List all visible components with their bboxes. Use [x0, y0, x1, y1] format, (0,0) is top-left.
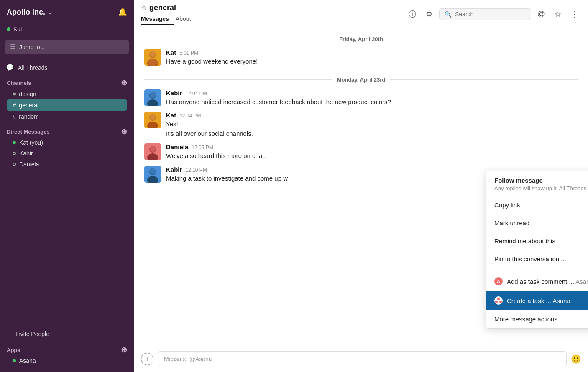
- sidebar-item-random[interactable]: # random: [7, 111, 127, 122]
- apps-section: Apps ⊕ Asana: [0, 342, 134, 368]
- search-input[interactable]: [455, 11, 526, 18]
- channel-tabs: Messages About: [141, 14, 401, 25]
- dm-section-header: Direct Messages ⊕: [7, 128, 127, 135]
- context-menu-more-actions[interactable]: More message actions...: [486, 310, 588, 328]
- jump-to-button[interactable]: ☰ Jump to...: [5, 40, 129, 54]
- workspace-chevron-icon: ⌵: [49, 9, 52, 15]
- channel-header: ☆ general Messages About ⓘ ⚙ 🔍 @ ☆ ⋮: [134, 0, 588, 28]
- emoji-button[interactable]: 🙂: [571, 354, 581, 364]
- info-button[interactable]: ⓘ: [406, 8, 419, 21]
- starred-button[interactable]: ☆: [551, 8, 565, 21]
- apps-section-header: Apps ⊕: [7, 346, 127, 354]
- add-app-icon[interactable]: ⊕: [121, 346, 127, 354]
- more-actions-label: More message actions...: [494, 316, 562, 323]
- follow-message-title: Follow message: [494, 177, 588, 184]
- dm-item-kabir[interactable]: Kabir: [7, 148, 127, 159]
- notifications-bell-icon[interactable]: 🔔: [118, 8, 127, 17]
- sidebar-header: Apollo Inc. ⌵ 🔔: [0, 0, 134, 23]
- channel-name-design: design: [19, 91, 36, 97]
- channels-section-header: Channels ⊕: [7, 79, 127, 87]
- date-divider-monday: Monday, April 23rd: [134, 69, 588, 87]
- message-time: 5:01 PM: [179, 50, 198, 56]
- app-name-asana: Asana: [19, 357, 36, 364]
- message-text: We've also heard this more on chat.: [166, 151, 578, 161]
- message-row: Kabir 12:04 PM Has anyone noticed increa…: [134, 87, 588, 110]
- message-text: Have a good weekend everyone!: [166, 57, 578, 66]
- all-threads-icon: 💬: [6, 64, 14, 71]
- context-menu-add-task-comment[interactable]: A Add as task comment ... Asana: [486, 272, 588, 291]
- dm-name-daniela: Daniela: [19, 161, 39, 168]
- app-item-asana[interactable]: Asana: [7, 355, 127, 366]
- app-status-icon: [13, 359, 16, 362]
- context-menu-mark-unread[interactable]: Mark unread: [486, 214, 588, 232]
- avatar: [144, 49, 161, 66]
- message-text: Yes!: [166, 120, 578, 129]
- message-add-button[interactable]: +: [141, 353, 153, 365]
- sidebar: Apollo Inc. ⌵ 🔔 Kat ☰ Jump to... 💬 All T…: [0, 0, 134, 372]
- channels-section: Channels ⊕ # design # general # random: [0, 75, 134, 124]
- dm-item-kat[interactable]: Kat (you): [7, 137, 127, 148]
- dm-name-kat: Kat (you): [19, 139, 43, 146]
- dm-item-daniela[interactable]: Daniela: [7, 159, 127, 170]
- add-channel-icon[interactable]: ⊕: [121, 79, 127, 87]
- message-content: Daniela 12:05 PM We've also heard this m…: [166, 143, 578, 161]
- workspace-name[interactable]: Apollo Inc. ⌵: [7, 8, 52, 17]
- message-input-area: + Message @Asana 🙂: [134, 346, 588, 372]
- context-menu-create-task[interactable]: Create a task ... Asana: [486, 291, 588, 310]
- svg-point-16: [150, 146, 156, 152]
- dm-status-online-icon: [13, 141, 16, 144]
- avatar-image-kat2: [144, 112, 161, 128]
- message-input-box[interactable]: Message @Asana: [158, 351, 567, 367]
- sidebar-user: Kat: [0, 23, 134, 36]
- add-dm-icon[interactable]: ⊕: [121, 128, 127, 135]
- invite-people-button[interactable]: ＋ Invite People: [0, 326, 134, 342]
- jump-to-icon: ☰: [10, 43, 16, 51]
- message-time: 12:04 PM: [185, 91, 207, 97]
- message-time: 12:10 PM: [185, 167, 207, 173]
- channel-star-icon[interactable]: ☆: [141, 4, 147, 12]
- create-task-label: Create a task ... Asana: [507, 297, 570, 304]
- context-menu-pin[interactable]: Pin to this conversation ...: [486, 250, 588, 268]
- mark-unread-label: Mark unread: [494, 219, 529, 227]
- message-author: Kabir: [166, 89, 182, 97]
- dm-name-kabir: Kabir: [19, 150, 33, 157]
- channel-name-label: general: [149, 3, 176, 12]
- dm-status-offline-icon: [13, 152, 16, 155]
- sidebar-item-design[interactable]: # design: [7, 88, 127, 99]
- workspace-label: Apollo Inc.: [7, 8, 45, 17]
- avatar: [144, 143, 161, 160]
- all-threads-label: All Threads: [18, 64, 48, 71]
- mention-button[interactable]: @: [534, 8, 548, 21]
- more-header-button[interactable]: ⋮: [568, 8, 581, 21]
- channel-name: ☆ general: [141, 3, 401, 12]
- add-task-comment-label: Add as task comment ... Asana: [507, 278, 588, 285]
- context-menu-follow-section[interactable]: Follow message Any replies will show up …: [486, 171, 588, 196]
- context-menu-remind-me[interactable]: Remind me about this ›: [486, 232, 588, 250]
- context-menu: Follow message Any replies will show up …: [486, 171, 588, 329]
- pin-label: Pin to this conversation ...: [494, 255, 566, 262]
- avatar: [144, 89, 161, 106]
- search-box[interactable]: 🔍: [439, 8, 531, 20]
- message-time: 12:05 PM: [192, 145, 213, 150]
- sidebar-item-general[interactable]: # general: [7, 99, 127, 111]
- message-header: Kabir 12:04 PM: [166, 89, 578, 97]
- settings-button[interactable]: ⚙: [422, 8, 436, 21]
- tab-about[interactable]: About: [176, 14, 196, 25]
- remind-me-label: Remind me about this: [494, 237, 555, 245]
- tab-messages[interactable]: Messages: [141, 14, 174, 25]
- message-text-2: It's all over our social channels.: [166, 129, 578, 139]
- avatar-image-kat: [144, 49, 161, 66]
- search-icon: 🔍: [445, 11, 452, 18]
- date-divider-friday: Friday, April 20th: [134, 28, 588, 46]
- svg-point-23: [499, 301, 502, 303]
- svg-point-21: [497, 298, 500, 300]
- avatar: [144, 112, 161, 128]
- sidebar-item-all-threads[interactable]: 💬 All Threads: [0, 60, 134, 75]
- asana-icon-create: [494, 296, 503, 305]
- message-header: Kat 5:01 PM: [166, 49, 578, 56]
- context-menu-copy-link[interactable]: Copy link: [486, 196, 588, 214]
- asana-icon-add: A: [494, 277, 503, 285]
- invite-plus-icon: ＋: [6, 330, 12, 338]
- context-menu-divider: [486, 270, 588, 270]
- invite-people-label: Invite People: [15, 331, 49, 337]
